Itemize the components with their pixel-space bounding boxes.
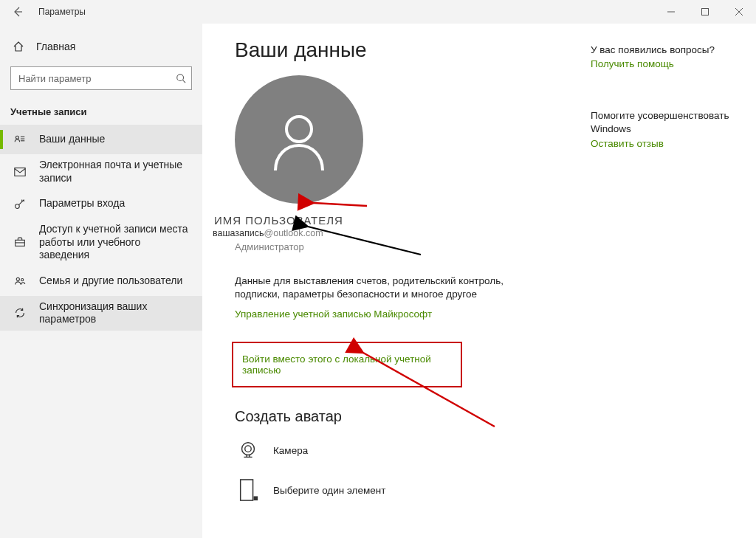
back-button[interactable]: [0, 0, 35, 24]
account-domain: @outlook.com: [264, 228, 323, 238]
camera-icon: [235, 437, 261, 463]
svg-point-14: [16, 277, 19, 280]
search-icon: [176, 73, 186, 83]
sidebar-item-family[interactable]: Семья и другие пользователи: [0, 266, 202, 296]
window-title: Параметры: [38, 7, 86, 17]
browse-icon: [235, 477, 261, 503]
svg-rect-20: [254, 497, 258, 501]
svg-point-16: [286, 117, 312, 142]
sidebar-item-label: Доступ к учетной записи места работы или…: [39, 223, 192, 262]
svg-rect-1: [702, 9, 709, 15]
person-icon: [262, 103, 336, 176]
svg-point-11: [16, 204, 20, 209]
window-controls: [654, 0, 756, 24]
account-email: вашазапись@outlook.com: [213, 228, 756, 238]
svg-point-15: [21, 278, 24, 280]
sidebar-section-label: Учетные записи: [10, 106, 192, 117]
home-label: Главная: [36, 41, 75, 52]
svg-point-4: [177, 75, 184, 81]
sidebar-item-label: Синхронизация ваших параметров: [39, 300, 192, 326]
search-input[interactable]: [10, 66, 192, 90]
sidebar-item-sync[interactable]: Синхронизация ваших параметров: [0, 296, 202, 331]
sidebar-item-label: Ваши данные: [39, 133, 192, 146]
close-button[interactable]: [722, 0, 756, 24]
home-icon: [13, 41, 24, 52]
avatar: [235, 75, 363, 204]
account-role: Администратор: [235, 241, 756, 252]
sidebar-item-signin[interactable]: Параметры входа: [0, 189, 202, 218]
sidebar-item-your-info[interactable]: Ваши данные: [0, 125, 202, 154]
browse-option[interactable]: Выберите один элемент: [235, 477, 756, 503]
manage-account-link[interactable]: Управление учетной записью Майкрософт: [235, 308, 432, 320]
sidebar-item-label: Электронная почта и учетные записи: [39, 159, 192, 184]
sidebar-item-email[interactable]: Электронная почта и учетные записи: [0, 154, 202, 189]
annotation-highlight-box: Войти вместо этого с локальной учетной з…: [232, 342, 462, 387]
svg-point-17: [242, 443, 255, 455]
svg-point-6: [16, 136, 18, 139]
home-nav[interactable]: Главная: [0, 32, 202, 61]
key-icon: [13, 197, 27, 210]
account-local: вашазапись: [213, 228, 264, 238]
camera-option[interactable]: Камера: [235, 437, 756, 463]
svg-rect-10: [15, 168, 25, 176]
billing-description: Данные для выставления счетов, родительс…: [235, 275, 545, 301]
camera-label: Камера: [273, 445, 308, 456]
sidebar-item-work-school[interactable]: Доступ к учетной записи места работы или…: [0, 218, 202, 266]
browse-label: Выберите один элемент: [273, 485, 385, 496]
minimize-button[interactable]: [654, 0, 688, 24]
svg-line-5: [183, 80, 186, 83]
get-help-link[interactable]: Получить помощь: [591, 58, 738, 69]
svg-point-18: [245, 446, 251, 452]
title-bar: Параметры: [0, 0, 756, 24]
search-wrap: [10, 66, 192, 90]
help-question: У вас появились вопросы?: [591, 44, 738, 55]
mail-icon: [13, 165, 27, 179]
user-card-icon: [13, 133, 27, 146]
maximize-button[interactable]: [688, 0, 722, 24]
user-name: ИМЯ ПОЛЬЗОВАТЕЛЯ: [214, 214, 756, 227]
sidebar-item-label: Семья и другие пользователи: [39, 275, 192, 288]
feedback-link[interactable]: Оставить отзыв: [591, 138, 738, 149]
create-avatar-heading: Создать аватар: [235, 408, 756, 425]
improve-label: Помогите усовершенствовать Windows: [591, 109, 738, 135]
sidebar-item-label: Параметры входа: [39, 197, 192, 210]
help-column: У вас появились вопросы? Получить помощь…: [591, 44, 738, 149]
local-signin-link[interactable]: Войти вместо этого с локальной учетной з…: [242, 354, 455, 376]
sidebar: Главная Учетные записи Ваши данные Элект…: [0, 24, 202, 538]
svg-rect-19: [241, 480, 253, 500]
sync-icon: [13, 306, 27, 320]
briefcase-icon: [13, 235, 27, 249]
people-icon: [13, 275, 27, 288]
